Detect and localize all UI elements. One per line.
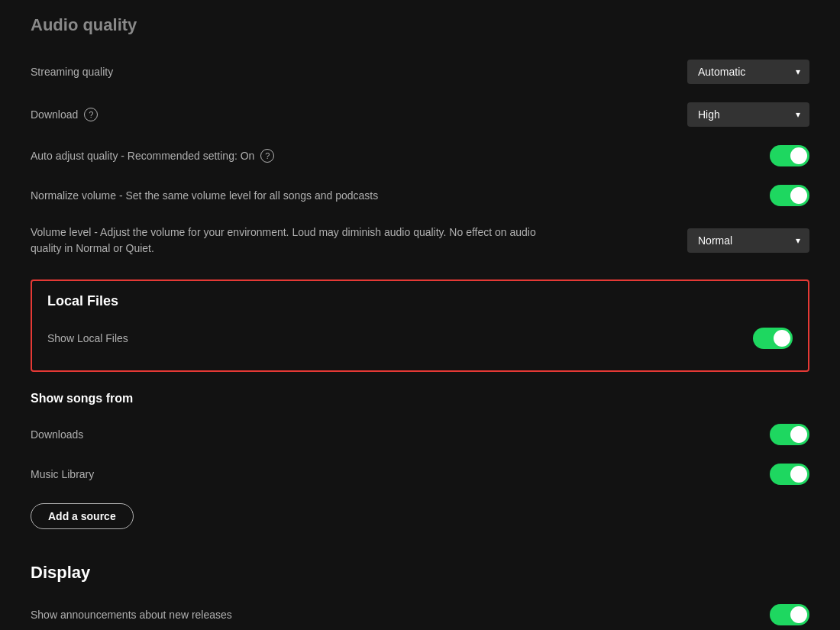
auto-adjust-label: Auto adjust quality - Recommended settin… [31,148,274,164]
download-label: Download ? [31,107,98,123]
audio-quality-title: Audio quality [31,15,809,35]
volume-level-row: Volume level - Adjust the volume for you… [31,215,809,266]
streaming-quality-select[interactable]: Automatic High Normal Low [687,60,809,84]
show-local-files-row: Show Local Files [47,318,793,358]
auto-adjust-row: Auto adjust quality - Recommended settin… [31,136,809,176]
display-section: Display Show announcements about new rel… [31,551,809,630]
volume-level-select[interactable]: Loud Normal Quiet [687,228,809,253]
auto-adjust-label-text: Auto adjust quality - Recommended settin… [31,148,254,164]
downloads-row: Downloads [31,415,809,454]
normalize-volume-toggle[interactable] [770,185,809,206]
volume-level-label: Volume level - Adjust the volume for you… [31,225,565,257]
music-library-label: Music Library [31,467,94,483]
local-files-title: Local Files [47,293,793,309]
normalize-volume-row: Normalize volume - Set the same volume l… [31,176,809,215]
download-label-text: Download [31,107,78,123]
music-library-row: Music Library [31,454,809,494]
downloads-label: Downloads [31,427,83,443]
download-row: Download ? High Normal Low ▾ [31,93,809,136]
display-title: Display [31,563,809,583]
show-songs-from-section: Show songs from Downloads Music Library … [31,380,809,551]
local-files-section: Local Files Show Local Files [31,279,809,372]
show-songs-from-title: Show songs from [31,392,809,405]
show-announcements-label: Show announcements about new releases [31,607,232,623]
music-library-toggle[interactable] [770,464,809,485]
normalize-volume-label: Normalize volume - Set the same volume l… [31,188,378,204]
streaming-quality-label: Streaming quality [31,64,113,80]
download-select-wrapper: High Normal Low ▾ [687,102,809,127]
show-local-files-toggle[interactable] [753,328,793,349]
download-help-icon[interactable]: ? [84,108,98,121]
show-announcements-toggle[interactable] [770,604,809,625]
auto-adjust-help-icon[interactable]: ? [260,149,274,163]
add-source-button[interactable]: Add a source [31,503,134,529]
streaming-quality-select-wrapper: Automatic High Normal Low ▾ [687,60,809,84]
show-local-files-label: Show Local Files [47,331,128,347]
download-select[interactable]: High Normal Low [687,102,809,127]
show-announcements-row: Show announcements about new releases [31,595,809,630]
downloads-toggle[interactable] [770,424,809,445]
volume-level-select-wrapper: Loud Normal Quiet ▾ [687,228,809,253]
auto-adjust-toggle[interactable] [770,145,809,166]
streaming-quality-row: Streaming quality Automatic High Normal … [31,50,809,93]
